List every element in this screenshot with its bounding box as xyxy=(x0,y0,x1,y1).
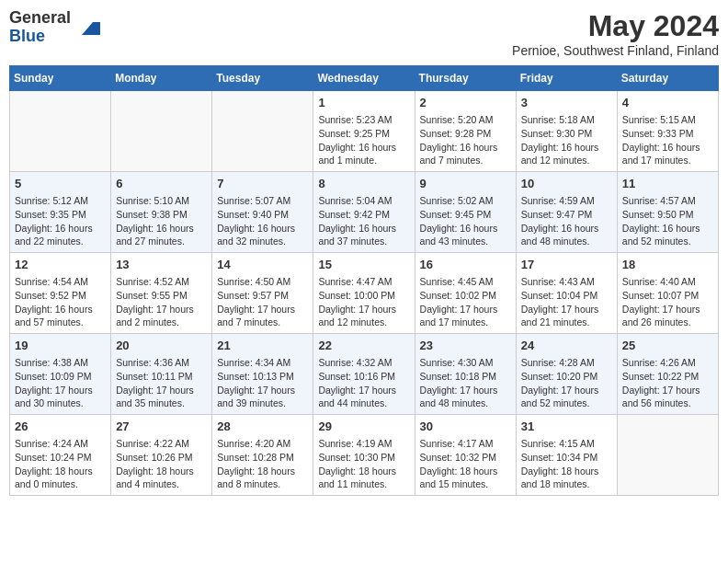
calendar-cell: 4Sunrise: 5:15 AM Sunset: 9:33 PM Daylig… xyxy=(617,91,718,172)
day-info: Sunrise: 5:18 AM Sunset: 9:30 PM Dayligh… xyxy=(521,113,612,167)
header-tuesday: Tuesday xyxy=(212,66,313,91)
day-number: 28 xyxy=(217,419,308,435)
day-info: Sunrise: 5:23 AM Sunset: 9:25 PM Dayligh… xyxy=(318,113,409,167)
day-info: Sunrise: 4:22 AM Sunset: 10:26 PM Daylig… xyxy=(116,437,207,491)
logo-blue-text: Blue xyxy=(9,28,71,46)
calendar-cell: 10Sunrise: 4:59 AM Sunset: 9:47 PM Dayli… xyxy=(516,172,617,253)
calendar-table: SundayMondayTuesdayWednesdayThursdayFrid… xyxy=(9,65,719,496)
day-info: Sunrise: 5:04 AM Sunset: 9:42 PM Dayligh… xyxy=(318,194,409,248)
day-number: 23 xyxy=(420,338,511,354)
calendar-cell: 11Sunrise: 4:57 AM Sunset: 9:50 PM Dayli… xyxy=(617,172,718,253)
day-info: Sunrise: 4:59 AM Sunset: 9:47 PM Dayligh… xyxy=(521,194,612,248)
calendar-cell: 19Sunrise: 4:38 AM Sunset: 10:09 PM Dayl… xyxy=(10,334,111,415)
calendar-cell: 20Sunrise: 4:36 AM Sunset: 10:11 PM Dayl… xyxy=(111,334,212,415)
calendar-cell: 16Sunrise: 4:45 AM Sunset: 10:02 PM Dayl… xyxy=(415,253,516,334)
calendar-cell: 24Sunrise: 4:28 AM Sunset: 10:20 PM Dayl… xyxy=(516,334,617,415)
day-number: 18 xyxy=(622,257,713,273)
day-info: Sunrise: 4:52 AM Sunset: 9:55 PM Dayligh… xyxy=(116,275,207,329)
day-info: Sunrise: 4:40 AM Sunset: 10:07 PM Daylig… xyxy=(622,275,713,329)
day-info: Sunrise: 4:30 AM Sunset: 10:18 PM Daylig… xyxy=(420,356,511,410)
calendar-cell: 9Sunrise: 5:02 AM Sunset: 9:45 PM Daylig… xyxy=(415,172,516,253)
logo-general-text: General xyxy=(9,9,71,28)
day-number: 29 xyxy=(318,419,409,435)
day-info: Sunrise: 4:57 AM Sunset: 9:50 PM Dayligh… xyxy=(622,194,713,248)
calendar-cell: 14Sunrise: 4:50 AM Sunset: 9:57 PM Dayli… xyxy=(212,253,313,334)
day-info: Sunrise: 5:12 AM Sunset: 9:35 PM Dayligh… xyxy=(15,194,106,248)
day-number: 2 xyxy=(420,95,511,111)
day-number: 3 xyxy=(521,95,612,111)
calendar-cell: 13Sunrise: 4:52 AM Sunset: 9:55 PM Dayli… xyxy=(111,253,212,334)
week-row-1: 1Sunrise: 5:23 AM Sunset: 9:25 PM Daylig… xyxy=(10,91,719,172)
week-row-3: 12Sunrise: 4:54 AM Sunset: 9:52 PM Dayli… xyxy=(10,253,719,334)
day-number: 9 xyxy=(420,176,511,192)
calendar-cell: 26Sunrise: 4:24 AM Sunset: 10:24 PM Dayl… xyxy=(10,415,111,496)
calendar-cell: 18Sunrise: 4:40 AM Sunset: 10:07 PM Dayl… xyxy=(617,253,718,334)
calendar-cell xyxy=(10,91,111,172)
calendar-cell xyxy=(111,91,212,172)
day-info: Sunrise: 4:36 AM Sunset: 10:11 PM Daylig… xyxy=(116,356,207,410)
location: Pernioe, Southwest Finland, Finland xyxy=(512,43,719,58)
header-monday: Monday xyxy=(111,66,212,91)
day-number: 16 xyxy=(420,257,511,273)
header-wednesday: Wednesday xyxy=(313,66,415,91)
calendar-cell: 2Sunrise: 5:20 AM Sunset: 9:28 PM Daylig… xyxy=(415,91,516,172)
day-number: 1 xyxy=(318,95,409,111)
day-info: Sunrise: 5:20 AM Sunset: 9:28 PM Dayligh… xyxy=(420,113,511,167)
day-number: 26 xyxy=(15,419,106,435)
calendar-cell: 3Sunrise: 5:18 AM Sunset: 9:30 PM Daylig… xyxy=(516,91,617,172)
day-number: 25 xyxy=(622,338,713,354)
logo-icon xyxy=(74,15,100,40)
month-title: May 2024 xyxy=(512,9,719,43)
day-info: Sunrise: 4:45 AM Sunset: 10:02 PM Daylig… xyxy=(420,275,511,329)
day-number: 21 xyxy=(217,338,308,354)
day-info: Sunrise: 4:32 AM Sunset: 10:16 PM Daylig… xyxy=(318,356,409,410)
day-number: 22 xyxy=(318,338,409,354)
day-number: 24 xyxy=(521,338,612,354)
calendar-cell: 28Sunrise: 4:20 AM Sunset: 10:28 PM Dayl… xyxy=(212,415,313,496)
day-number: 20 xyxy=(116,338,207,354)
day-number: 12 xyxy=(15,257,106,273)
calendar-cell: 6Sunrise: 5:10 AM Sunset: 9:38 PM Daylig… xyxy=(111,172,212,253)
day-info: Sunrise: 4:34 AM Sunset: 10:13 PM Daylig… xyxy=(217,356,308,410)
day-number: 13 xyxy=(116,257,207,273)
day-info: Sunrise: 4:38 AM Sunset: 10:09 PM Daylig… xyxy=(15,356,106,410)
week-row-2: 5Sunrise: 5:12 AM Sunset: 9:35 PM Daylig… xyxy=(10,172,719,253)
day-info: Sunrise: 5:15 AM Sunset: 9:33 PM Dayligh… xyxy=(622,113,713,167)
day-number: 7 xyxy=(217,176,308,192)
calendar-cell: 31Sunrise: 4:15 AM Sunset: 10:34 PM Dayl… xyxy=(516,415,617,496)
day-info: Sunrise: 5:10 AM Sunset: 9:38 PM Dayligh… xyxy=(116,194,207,248)
calendar-cell: 29Sunrise: 4:19 AM Sunset: 10:30 PM Dayl… xyxy=(313,415,415,496)
calendar-cell: 27Sunrise: 4:22 AM Sunset: 10:26 PM Dayl… xyxy=(111,415,212,496)
calendar-cell: 8Sunrise: 5:04 AM Sunset: 9:42 PM Daylig… xyxy=(313,172,415,253)
calendar-cell: 30Sunrise: 4:17 AM Sunset: 10:32 PM Dayl… xyxy=(415,415,516,496)
day-info: Sunrise: 5:02 AM Sunset: 9:45 PM Dayligh… xyxy=(420,194,511,248)
title-block: May 2024 Pernioe, Southwest Finland, Fin… xyxy=(512,9,719,58)
page-header: General Blue May 2024 Pernioe, Southwest… xyxy=(9,9,719,58)
day-info: Sunrise: 4:24 AM Sunset: 10:24 PM Daylig… xyxy=(15,437,106,491)
day-info: Sunrise: 4:47 AM Sunset: 10:00 PM Daylig… xyxy=(318,275,409,329)
day-info: Sunrise: 4:28 AM Sunset: 10:20 PM Daylig… xyxy=(521,356,612,410)
day-number: 14 xyxy=(217,257,308,273)
day-number: 8 xyxy=(318,176,409,192)
day-number: 15 xyxy=(318,257,409,273)
header-sunday: Sunday xyxy=(10,66,111,91)
header-thursday: Thursday xyxy=(415,66,516,91)
header-saturday: Saturday xyxy=(617,66,718,91)
calendar-header-row: SundayMondayTuesdayWednesdayThursdayFrid… xyxy=(10,66,719,91)
day-info: Sunrise: 4:54 AM Sunset: 9:52 PM Dayligh… xyxy=(15,275,106,329)
day-number: 5 xyxy=(15,176,106,192)
day-number: 17 xyxy=(521,257,612,273)
day-info: Sunrise: 4:17 AM Sunset: 10:32 PM Daylig… xyxy=(420,437,511,491)
day-number: 30 xyxy=(420,419,511,435)
day-number: 11 xyxy=(622,176,713,192)
day-number: 10 xyxy=(521,176,612,192)
calendar-cell xyxy=(617,415,718,496)
calendar-cell: 12Sunrise: 4:54 AM Sunset: 9:52 PM Dayli… xyxy=(10,253,111,334)
day-info: Sunrise: 4:50 AM Sunset: 9:57 PM Dayligh… xyxy=(217,275,308,329)
day-info: Sunrise: 4:26 AM Sunset: 10:22 PM Daylig… xyxy=(622,356,713,410)
day-number: 27 xyxy=(116,419,207,435)
day-info: Sunrise: 5:07 AM Sunset: 9:40 PM Dayligh… xyxy=(217,194,308,248)
day-info: Sunrise: 4:20 AM Sunset: 10:28 PM Daylig… xyxy=(217,437,308,491)
day-number: 6 xyxy=(116,176,207,192)
calendar-cell: 1Sunrise: 5:23 AM Sunset: 9:25 PM Daylig… xyxy=(313,91,415,172)
